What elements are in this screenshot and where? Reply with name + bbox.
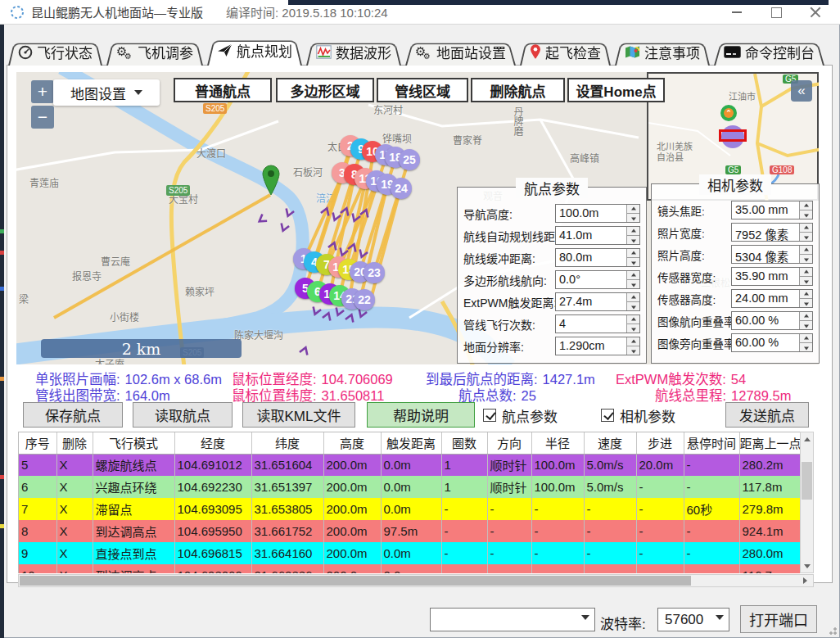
table-row[interactable]: 5X螺旋航线点104.69101231.651604200.0m0.0m1顺时针…: [19, 454, 800, 476]
param-value[interactable]: 27.4m: [556, 293, 626, 310]
param-spinbox[interactable]: 80.0m: [555, 248, 640, 267]
table-horizontal-scrollbar[interactable]: [18, 574, 814, 587]
delete-waypoint-cell[interactable]: X: [56, 542, 93, 564]
spinner-down-icon[interactable]: [627, 301, 639, 310]
open-port-button[interactable]: 打开端口: [740, 605, 817, 633]
spinner-up-icon[interactable]: [800, 246, 812, 254]
param-value[interactable]: 4: [556, 315, 626, 333]
spinner-up-icon[interactable]: [800, 334, 812, 342]
spinner-down-icon[interactable]: [800, 298, 812, 307]
param-value[interactable]: 41.0m: [556, 227, 626, 244]
spinner-down-icon[interactable]: [627, 346, 639, 355]
tab-航点规划[interactable]: 航点规划: [207, 37, 302, 66]
param-value[interactable]: 60.00 %: [732, 312, 799, 329]
map-button-多边形区域[interactable]: 多边形区域: [276, 78, 374, 102]
spinner-down-icon[interactable]: [800, 254, 812, 263]
param-spinbox[interactable]: 0.0°: [555, 270, 640, 289]
spinner-down-icon[interactable]: [627, 324, 639, 333]
spinner-up-icon[interactable]: [627, 205, 639, 213]
map-button-删除航点[interactable]: 删除航点: [471, 78, 565, 102]
spinner-down-icon[interactable]: [627, 213, 639, 222]
table-row[interactable]: 9X直接点到点104.69681531.664160200.0m0.0m----…: [19, 542, 800, 564]
spinner-down-icon[interactable]: [800, 342, 812, 351]
camera-params-checkbox[interactable]: 相机参数: [601, 405, 675, 425]
serial-port-select[interactable]: [430, 608, 595, 631]
param-spinbox[interactable]: 35.00 mm: [731, 201, 813, 219]
send-waypoints-button[interactable]: 发送航点: [725, 402, 809, 428]
spinner-up-icon[interactable]: [627, 249, 639, 257]
waypoint-marker-23[interactable]: 23: [364, 262, 385, 283]
tab-注意事项[interactable]: 注意事项: [615, 40, 710, 66]
param-spinbox[interactable]: 35.90 mm: [731, 267, 813, 286]
tab-命令控制台[interactable]: 命令控制台: [714, 40, 824, 66]
tab-起飞检查[interactable]: 起飞检查: [520, 40, 611, 66]
param-spinbox[interactable]: 27.4m: [555, 292, 640, 311]
tab-数据波形[interactable]: 数据波形: [306, 40, 401, 66]
spinner-down-icon[interactable]: [800, 276, 812, 285]
delete-waypoint-cell[interactable]: X: [56, 520, 93, 542]
spinner-up-icon[interactable]: [627, 315, 639, 324]
table-row[interactable]: 6X兴趣点环绕104.69223031.651397200.0m0.0m1顺时针…: [19, 476, 800, 498]
param-value[interactable]: 100.0m: [556, 205, 626, 222]
spinner-down-icon[interactable]: [627, 257, 639, 266]
waypoint-marker-22[interactable]: 22: [354, 289, 375, 310]
scrollbar-thumb[interactable]: [20, 576, 691, 586]
param-spinbox[interactable]: 41.0m: [555, 226, 640, 245]
map-button-管线区域[interactable]: 管线区域: [377, 78, 468, 102]
param-spinbox[interactable]: 24.00 mm: [731, 289, 813, 308]
delete-waypoint-cell[interactable]: X: [56, 476, 93, 498]
spinner-down-icon[interactable]: [800, 232, 812, 241]
param-value[interactable]: 80.0m: [556, 249, 626, 266]
delete-waypoint-cell[interactable]: X: [56, 454, 93, 476]
waypoint-marker-24[interactable]: 24: [391, 178, 412, 199]
spinner-up-icon[interactable]: [627, 293, 639, 301]
param-spinbox[interactable]: 7952 像素: [731, 223, 813, 242]
scroll-down-icon[interactable]: [801, 559, 813, 572]
baud-rate-select[interactable]: 57600: [657, 608, 729, 631]
spinner-down-icon[interactable]: [627, 279, 639, 288]
scrollbar-thumb[interactable]: [802, 462, 812, 500]
spinner-up-icon[interactable]: [627, 337, 639, 346]
spinner-down-icon[interactable]: [627, 235, 639, 244]
param-value[interactable]: 5304 像素: [732, 246, 799, 263]
table-vertical-scrollbar[interactable]: [800, 432, 814, 573]
param-value[interactable]: 35.00 mm: [732, 201, 799, 219]
param-spinbox[interactable]: 100.0m: [555, 204, 640, 223]
scroll-right-icon[interactable]: [799, 575, 811, 586]
table-row[interactable]: 10X到达调高点104.69800931.663886200.0m0.0m---…: [19, 564, 800, 573]
param-spinbox[interactable]: 60.00 %: [731, 333, 813, 352]
delete-waypoint-cell[interactable]: X: [56, 564, 93, 573]
param-spinbox[interactable]: 1.290cm: [555, 337, 640, 355]
checkbox-checked-icon[interactable]: [483, 409, 496, 422]
spinner-down-icon[interactable]: [800, 210, 812, 219]
param-value[interactable]: 35.90 mm: [732, 268, 799, 285]
delete-waypoint-cell[interactable]: X: [56, 498, 93, 520]
spinner-up-icon[interactable]: [800, 268, 812, 276]
param-value[interactable]: 1.290cm: [556, 337, 626, 355]
param-value[interactable]: 60.00 %: [732, 334, 799, 351]
param-spinbox[interactable]: 5304 像素: [731, 245, 813, 264]
param-spinbox[interactable]: 4: [555, 314, 640, 333]
map-button-设置Home点[interactable]: 设置Home点: [567, 78, 665, 102]
help-button[interactable]: 帮助说明: [367, 402, 475, 428]
waypoint-params-checkbox[interactable]: 航点参数: [483, 405, 558, 425]
checkbox-checked-icon[interactable]: [601, 409, 614, 422]
spinner-up-icon[interactable]: [627, 271, 639, 279]
table-row[interactable]: 7X滞留点104.69309531.653805200.0m0.0m-----6…: [19, 498, 800, 520]
load-kml-button[interactable]: 读取KML文件: [242, 402, 355, 428]
tab-地面站设置[interactable]: ⚙⚙地面站设置: [405, 40, 516, 66]
param-value[interactable]: 0.0°: [556, 271, 626, 288]
param-spinbox[interactable]: 60.00 %: [731, 311, 813, 330]
param-value[interactable]: 7952 像素: [732, 224, 799, 241]
map-button-普通航点[interactable]: 普通航点: [174, 78, 272, 102]
home-pin-icon[interactable]: [260, 164, 282, 197]
spinner-up-icon[interactable]: [627, 227, 639, 235]
param-value[interactable]: 24.00 mm: [732, 290, 799, 307]
waypoint-table[interactable]: 序号删除飞行模式经度纬度高度触发距离圈数方向半径速度步进悬停时间距离上一点5X螺…: [18, 432, 800, 573]
table-row[interactable]: 8X到达调高点104.69595031.661752200.0m97.5m---…: [19, 520, 800, 542]
scroll-up-icon[interactable]: [801, 432, 813, 446]
resize-grip[interactable]: [827, 625, 837, 635]
spinner-up-icon[interactable]: [800, 312, 812, 320]
save-waypoints-button[interactable]: 保存航点: [23, 402, 123, 428]
spinner-down-icon[interactable]: [800, 320, 812, 329]
